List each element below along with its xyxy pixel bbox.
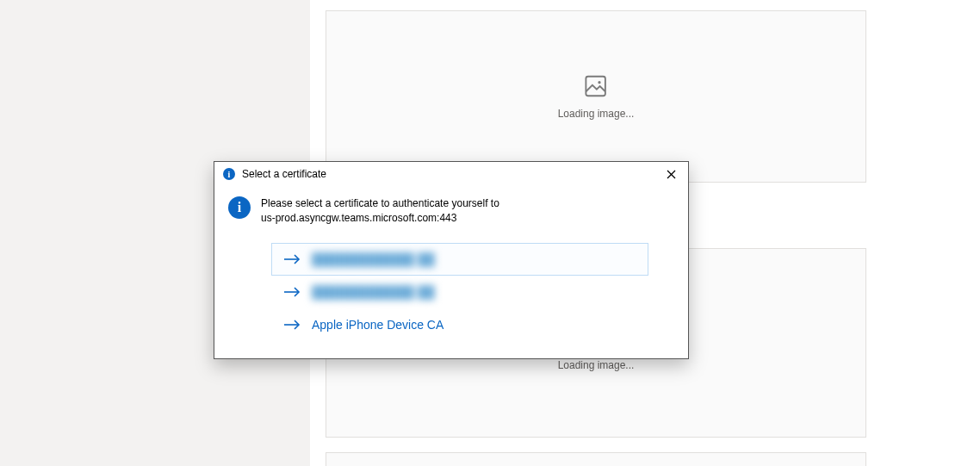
certificate-list: ████████████ ██ ████████████ ██ Apple iP…: [228, 243, 674, 341]
svg-rect-0: [586, 77, 606, 96]
loading-text: Loading image...: [558, 359, 635, 371]
dialog-title: Select a certificate: [242, 168, 662, 180]
dialog-body: i Please select a certificate to authent…: [214, 186, 688, 358]
arrow-right-icon: [284, 286, 301, 298]
close-button[interactable]: [662, 165, 679, 183]
image-icon: [583, 73, 609, 99]
image-placeholder: Loading image...: [558, 73, 635, 120]
certificate-dialog: i Select a certificate i Please select a…: [214, 161, 689, 359]
certificate-item[interactable]: Apple iPhone Device CA: [271, 308, 648, 341]
close-icon: [667, 170, 676, 179]
image-loading-card: [326, 452, 866, 466]
dialog-message-row: i Please select a certificate to authent…: [228, 196, 674, 226]
svg-point-1: [599, 81, 601, 84]
arrow-right-icon: [284, 253, 301, 265]
info-icon: i: [228, 196, 251, 219]
loading-text: Loading image...: [558, 108, 635, 120]
certificate-item[interactable]: ████████████ ██: [271, 243, 648, 276]
dialog-message: Please select a certificate to authentic…: [261, 196, 499, 226]
certificate-label: Apple iPhone Device CA: [312, 318, 443, 332]
certificate-item[interactable]: ████████████ ██: [271, 276, 648, 308]
image-loading-card: Loading image...: [326, 10, 866, 183]
certificate-label: ████████████ ██: [312, 252, 435, 266]
dialog-titlebar: i Select a certificate: [214, 162, 688, 186]
certificate-label: ████████████ ██: [312, 285, 435, 299]
arrow-right-icon: [284, 319, 301, 331]
info-icon: i: [223, 168, 235, 180]
